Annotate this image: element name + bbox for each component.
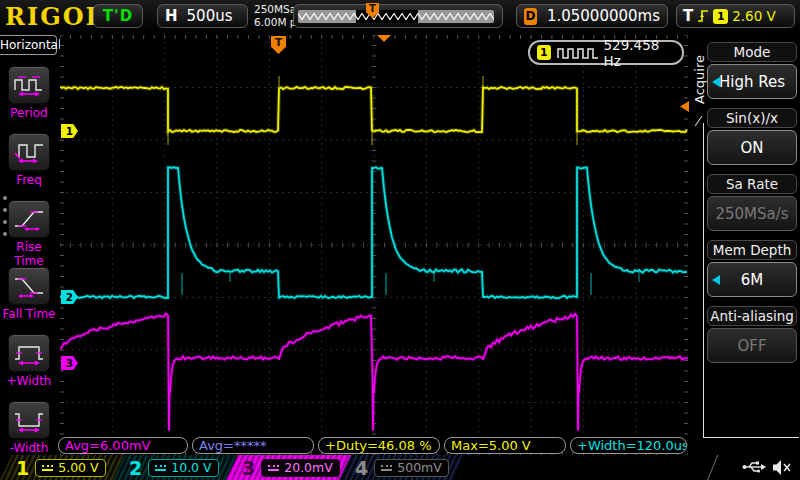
sinx-value: ON (740, 139, 763, 157)
channel-1-cell[interactable]: 1 5.00 V (0, 455, 126, 480)
mode-value: High Res (719, 73, 785, 91)
trigger-source-badge: 1 (713, 9, 728, 24)
channel-3-scale-box: 20.0mV (261, 459, 340, 477)
measure-item-plus-width: +Width (0, 334, 58, 388)
anti-aliasing-value-text: OFF (737, 337, 766, 355)
plus-width-label: +Width (0, 374, 58, 388)
mem-depth-label: Mem Depth (707, 240, 797, 260)
top-status-bar: RIGOL T'D H 500us 250MSa/s 6.00M pts T D… (0, 0, 800, 33)
waveform-preview-bar[interactable]: T (293, 4, 503, 28)
measure-item-period: Period (0, 66, 58, 120)
sa-rate-label: Sa Rate (707, 174, 797, 194)
usb-icon[interactable] (742, 459, 766, 475)
period-label: Period (0, 106, 58, 120)
left-arrow-icon (712, 275, 720, 285)
channel-2-scale-box: 10.0 V (148, 459, 218, 477)
mem-depth-value: 6M (741, 271, 764, 289)
delay-badge: D (524, 8, 537, 25)
rise-time-button[interactable] (8, 200, 50, 238)
horizontal-timebase-box[interactable]: H 500us (157, 4, 248, 28)
trigger-readout-box[interactable]: T 1 2.60 V (676, 4, 795, 28)
channel-3-number: 3 (242, 457, 255, 479)
rigol-logo: RIGOL (5, 2, 104, 31)
period-icon (13, 72, 45, 98)
timebase-value: 500us (187, 7, 233, 25)
horizontal-label: H (165, 7, 178, 25)
statusbar-divider (706, 454, 718, 480)
graticule-display[interactable] (60, 35, 688, 455)
sa-rate-value-text: 250MSa/s (715, 205, 788, 223)
measure-menu-title: Horizontal (0, 35, 57, 55)
sinx-label: Sin(x)/x (707, 108, 797, 128)
menu-item-sa-rate: Sa Rate 250MSa/s (707, 174, 797, 231)
fall-time-icon (13, 273, 45, 299)
menu-item-anti-aliasing: Anti-aliasing OFF (707, 306, 797, 363)
menu-item-sinx: Sin(x)/x ON (707, 108, 797, 165)
trigger-level-value: 2.60 V (732, 8, 776, 24)
dc-coupling-icon (268, 465, 279, 471)
channel-2-number: 2 (129, 457, 142, 479)
channel-4-scale-box: 500mV (374, 459, 449, 477)
anti-aliasing-value: OFF (707, 328, 797, 363)
channel-4-scale: 500mV (397, 460, 442, 475)
freq-counter-value: 529.458 Hz (604, 37, 675, 69)
channel-2-cell[interactable]: 2 10.0 V (113, 455, 239, 480)
fall-time-button[interactable] (8, 267, 50, 305)
channel-4-number: 4 (355, 457, 368, 479)
preview-band (298, 10, 494, 23)
measure-item-rise-time: Rise Time (0, 200, 58, 268)
acquire-menu-tab: Acquire (692, 41, 708, 119)
left-arrow-icon (712, 77, 720, 87)
measurement-slot-4[interactable]: Max=5.00 V (444, 437, 566, 454)
rise-time-icon (13, 206, 45, 232)
frequency-counter: 1 529.458 Hz (528, 40, 684, 65)
measure-item-fall-time: Fall Time (0, 267, 58, 321)
menu-page-dot (3, 220, 7, 224)
measure-item-freq: Freq (0, 133, 58, 187)
dc-coupling-icon (155, 465, 166, 471)
fall-time-label: Fall Time (0, 307, 58, 321)
freq-counter-source-badge: 1 (537, 45, 551, 60)
channel-status-bar: 1 5.00 V 2 10.0 V 3 20.0mV 4 500mV (0, 455, 800, 480)
sinx-value-button[interactable]: ON (707, 130, 797, 165)
minus-width-label: -Width (0, 441, 58, 455)
menu-outline (703, 123, 704, 438)
measurement-slot-5[interactable]: +Width=120.0us (570, 437, 687, 454)
menu-outline (703, 437, 799, 438)
plus-width-button[interactable] (8, 334, 50, 372)
measurement-slot-1[interactable]: Avg=6.00mV (58, 437, 188, 454)
freq-label: Freq (0, 173, 58, 187)
menu-page-dot (3, 232, 7, 236)
dc-coupling-icon (381, 465, 392, 471)
trigger-status-text: T'D (103, 7, 133, 25)
channel-1-number: 1 (16, 457, 29, 479)
measure-item-minus-width: -Width (0, 401, 58, 455)
channel-4-cell[interactable]: 4 500mV (339, 455, 465, 480)
sa-rate-value: 250MSa/s (707, 196, 797, 231)
minus-width-button[interactable] (8, 401, 50, 439)
trigger-status-badge: T'D (93, 4, 143, 28)
rise-time-label: Rise Time (0, 240, 58, 268)
anti-aliasing-label: Anti-aliasing (707, 306, 797, 326)
measurement-slot-3[interactable]: +Duty=46.08 % (318, 437, 440, 454)
menu-page-dot (3, 208, 7, 212)
channel-3-cell-selected[interactable]: 3 20.0mV (226, 455, 352, 480)
mode-label: Mode (707, 42, 797, 62)
acquire-menu: Acquire Mode High Res Sin(x)/x ON Sa Rat… (690, 33, 800, 455)
mem-depth-value-button[interactable]: 6M (707, 262, 797, 297)
measurement-slot-2[interactable]: Avg=***** (192, 437, 314, 454)
channel-2-scale: 10.0 V (171, 460, 211, 475)
speaker-mute-icon[interactable] (772, 459, 792, 476)
rising-edge-icon (697, 9, 709, 23)
oscilloscope-screen: RIGOL T'D H 500us 250MSa/s 6.00M pts T D… (0, 0, 800, 480)
minus-width-icon (13, 407, 45, 433)
preview-wave (298, 10, 494, 23)
mode-value-button[interactable]: High Res (707, 64, 797, 99)
period-button[interactable] (8, 66, 50, 104)
plus-width-icon (13, 340, 45, 366)
channel-1-scale: 5.00 V (58, 460, 98, 475)
delay-readout-box[interactable]: D 1.05000000ms (516, 4, 668, 28)
menu-item-mode: Mode High Res (707, 42, 797, 99)
freq-icon (13, 139, 45, 165)
freq-button[interactable] (8, 133, 50, 171)
